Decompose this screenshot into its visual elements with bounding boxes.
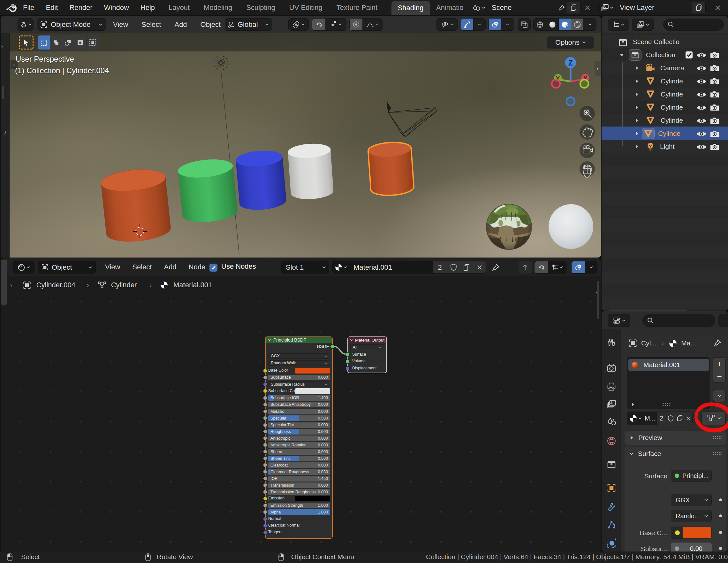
svg-text:Z: Z <box>568 59 573 67</box>
